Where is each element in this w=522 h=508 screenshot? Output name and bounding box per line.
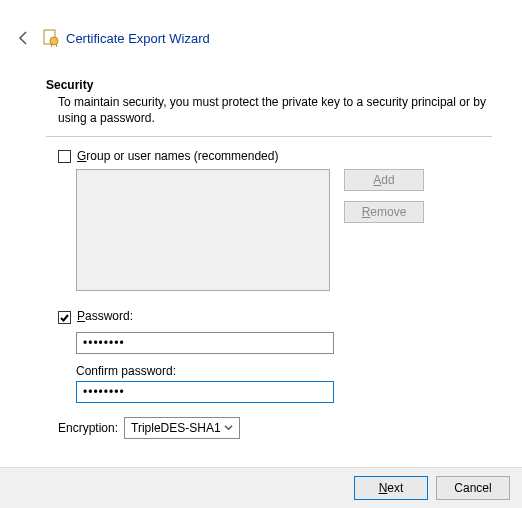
confirm-password-label: Confirm password: [76, 364, 492, 378]
group-users-listbox [76, 169, 330, 291]
password-checkbox[interactable] [58, 311, 71, 324]
password-label: Password: [77, 309, 133, 323]
back-button[interactable] [14, 28, 34, 48]
certificate-icon [42, 29, 60, 47]
divider [46, 136, 492, 137]
encryption-selected: TripleDES-SHA1 [131, 421, 221, 435]
remove-button: Remove [344, 201, 424, 223]
next-button[interactable]: Next [354, 476, 428, 500]
wizard-title: Certificate Export Wizard [66, 31, 210, 46]
confirm-password-input[interactable] [76, 381, 334, 403]
cancel-button[interactable]: Cancel [436, 476, 510, 500]
chevron-down-icon [224, 421, 233, 435]
group-users-checkbox[interactable] [58, 150, 71, 163]
encryption-select[interactable]: TripleDES-SHA1 [124, 417, 240, 439]
encryption-label: Encryption: [58, 421, 118, 435]
section-heading: Security [46, 78, 492, 92]
group-users-label: Group or user names (recommended) [77, 149, 278, 163]
section-subtext: To maintain security, you must protect t… [58, 94, 492, 126]
add-button: Add [344, 169, 424, 191]
password-input[interactable] [76, 332, 334, 354]
svg-point-1 [50, 37, 58, 45]
